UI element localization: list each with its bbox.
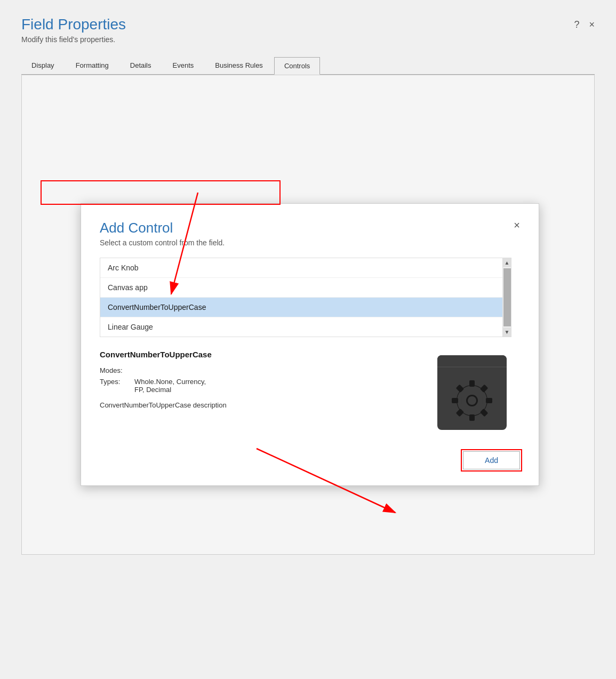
dialog-header: Add Control Select a custom control from… <box>100 220 520 247</box>
svg-point-16 <box>468 396 476 405</box>
list-item[interactable]: Arc Knob <box>100 258 511 278</box>
dialog-close-button[interactable]: × <box>514 220 520 230</box>
modes-row: Modes: <box>100 366 408 374</box>
dialog-title: Add Control <box>100 220 225 236</box>
window-close-button[interactable]: × <box>589 19 595 30</box>
window-subtitle: Modify this field's properties. <box>21 35 126 44</box>
detail-control-name: ConvertNumberToUpperCase <box>100 350 408 359</box>
tabs-container: Display Formatting Details Events Busine… <box>21 57 595 75</box>
types-value: Whole.None, Currency, FP, Decimal <box>134 378 206 394</box>
svg-rect-8 <box>486 398 492 403</box>
selected-item-highlight <box>41 180 281 205</box>
main-window: Field Properties Modify this field's pro… <box>0 0 616 679</box>
list-item[interactable]: Canvas app <box>100 278 511 298</box>
control-list: Arc Knob Canvas app ConvertNumberToUpper… <box>100 258 511 337</box>
add-control-dialog: Add Control Select a custom control from… <box>81 203 539 486</box>
control-detail: ConvertNumberToUpperCase Modes: Types: W… <box>100 350 520 435</box>
control-description: ConvertNumberToUpperCase description <box>100 401 408 409</box>
tab-details[interactable]: Details <box>120 57 162 74</box>
header-text: Field Properties Modify this field's pro… <box>21 16 126 44</box>
types-row: Types: Whole.None, Currency, FP, Decimal <box>100 378 408 394</box>
scroll-down-arrow[interactable]: ▼ <box>503 327 511 337</box>
tab-content: Add Control Select a custom control from… <box>21 75 595 555</box>
tab-display[interactable]: Display <box>21 57 65 74</box>
dialog-subtitle: Select a custom control from the field. <box>100 238 225 247</box>
window-title: Field Properties <box>21 16 126 33</box>
tab-formatting[interactable]: Formatting <box>66 57 119 74</box>
add-button[interactable]: Add <box>463 451 520 469</box>
dialog-footer: Add <box>100 451 520 469</box>
svg-rect-2 <box>437 362 507 366</box>
list-item[interactable]: Linear Gauge <box>100 317 511 337</box>
list-item-selected[interactable]: ConvertNumberToUpperCase <box>100 298 511 317</box>
scrollbar[interactable]: ▲ ▼ <box>502 258 511 337</box>
help-button[interactable]: ? <box>574 19 579 30</box>
window-controls: ? × <box>574 16 595 30</box>
scrollbar-thumb[interactable] <box>503 268 511 326</box>
control-icon <box>424 350 520 435</box>
svg-rect-7 <box>469 414 475 421</box>
modes-label: Modes: <box>100 366 129 374</box>
dialog-header-text: Add Control Select a custom control from… <box>100 220 225 247</box>
add-button-container: Add <box>463 451 520 469</box>
types-label: Types: <box>100 378 129 394</box>
scroll-up-arrow[interactable]: ▲ <box>503 258 511 267</box>
window-header: Field Properties Modify this field's pro… <box>21 16 595 44</box>
tab-controls[interactable]: Controls <box>274 57 320 75</box>
tab-events[interactable]: Events <box>163 57 204 74</box>
tab-business-rules[interactable]: Business Rules <box>205 57 273 74</box>
control-list-wrapper: Arc Knob Canvas app ConvertNumberToUpper… <box>100 258 511 337</box>
svg-rect-9 <box>452 398 458 403</box>
control-detail-text: ConvertNumberToUpperCase Modes: Types: W… <box>100 350 408 435</box>
svg-rect-6 <box>469 380 475 387</box>
gear-icon <box>429 353 515 433</box>
